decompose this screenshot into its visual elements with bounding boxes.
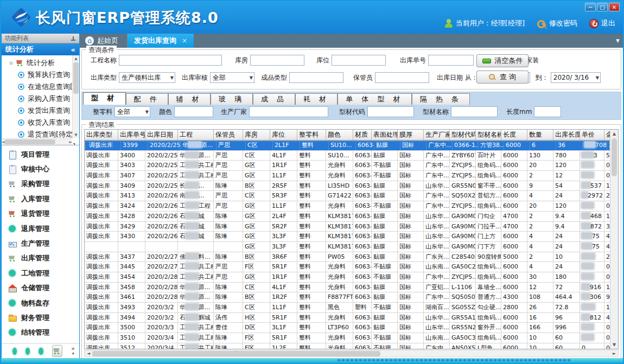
shortcut-dot-icon[interactable] bbox=[39, 348, 43, 355]
close-button[interactable]: ✕ bbox=[609, 3, 620, 11]
table-row[interactable]: 调拨出库34132020/2/26南...严思C区5R3F整料G71422606… bbox=[85, 191, 610, 201]
material-tab-4[interactable]: 成 品 bbox=[253, 93, 295, 105]
table-row[interactable]: 调拨出库35122020/3/4工共工程陈琳F区1L2F整料光身料6063-T5… bbox=[85, 343, 610, 349]
table-horizontal-scrollbar[interactable]: ◄ ► bbox=[84, 350, 619, 357]
sidebar-item-8[interactable]: 工地管理 bbox=[2, 266, 79, 280]
order-no-input[interactable] bbox=[428, 55, 474, 66]
scroll-up-icon[interactable]: ▲ bbox=[73, 55, 79, 62]
table-row[interactable]: G区3L3F整料KLM38176063-T5贴膜国标山东华...GA90M09.… bbox=[85, 242, 610, 252]
cart-shortcut-button[interactable] bbox=[52, 345, 63, 357]
pin-icon[interactable] bbox=[71, 36, 76, 41]
column-header-5[interactable]: 库房 bbox=[243, 130, 270, 140]
profile-code-input[interactable] bbox=[367, 106, 414, 117]
scroll-right-icon[interactable]: ► bbox=[610, 351, 618, 356]
column-header-4[interactable]: 保管员 bbox=[214, 130, 243, 140]
project-name-input[interactable] bbox=[119, 55, 222, 66]
tab-list-dropdown-icon[interactable]: ▼ bbox=[616, 38, 620, 43]
scroll-thumb[interactable] bbox=[73, 62, 79, 94]
table-row[interactable]: 调拨出库34242020/2/26工工程严思G区1L1F整料光身料6063-T5… bbox=[85, 201, 610, 212]
scroll-thumb[interactable] bbox=[612, 138, 617, 176]
warehouse-input[interactable] bbox=[250, 55, 304, 66]
table-vertical-scrollbar[interactable]: ▲ ▼ bbox=[610, 130, 618, 349]
minimize-button[interactable]: ─ bbox=[585, 3, 596, 11]
scroll-down-icon[interactable]: ▼ bbox=[610, 341, 618, 349]
tree-item-3[interactable]: 发货出库查询 bbox=[4, 105, 79, 117]
search-button[interactable]: 查 询 bbox=[476, 71, 529, 84]
table-row[interactable]: 调拨出库34092020/2/25长...陈琳B区2R5F整料LI35HD606… bbox=[85, 181, 610, 191]
table-row[interactable]: 调拨出库34612020/2/28华原...陈琳B区1R2F整料F8877FT6… bbox=[85, 292, 610, 303]
scroll-thumb[interactable] bbox=[92, 351, 380, 356]
column-header-13[interactable]: 型材代码 bbox=[450, 130, 476, 140]
material-tab-3[interactable]: 玻 璃 bbox=[211, 93, 253, 105]
material-tab-1[interactable]: 配 件 bbox=[126, 93, 168, 105]
location-input[interactable] bbox=[332, 55, 386, 66]
stats-panel-header[interactable]: 统计分析 « bbox=[2, 43, 79, 55]
table-row[interactable]: 调拨出库34282020/2/26石城陈琳G区2L4F整料KLM38176063… bbox=[85, 212, 610, 222]
scroll-right-icon[interactable]: ► bbox=[69, 140, 72, 144]
column-header-19[interactable]: 金额 bbox=[604, 130, 610, 140]
column-header-11[interactable]: 膜厚 bbox=[398, 130, 424, 140]
table-row[interactable]: 调拨出库34942020/3/2石辉城汤伟H区5R1F整料光身料6063-T5贴… bbox=[85, 313, 610, 323]
color-input[interactable] bbox=[174, 106, 213, 117]
sidebar-item-6[interactable]: 生产管理 bbox=[2, 236, 79, 251]
table-row[interactable]: 调拨出库34292020/2/26石城陈琳G区5R2F整料KLM38176063… bbox=[85, 222, 610, 232]
more-options-button[interactable]: »▾ bbox=[71, 347, 75, 356]
table-row[interactable]: 调拨出库34542020/2/28工共工程严思G区1R1F整料光身料6063-T… bbox=[85, 272, 610, 283]
material-tab-5[interactable]: 耗 材 bbox=[295, 93, 338, 105]
sidebar-item-10[interactable]: 物料盘存 bbox=[2, 296, 79, 310]
out-type-select[interactable]: 生产领料出库▼ bbox=[119, 72, 175, 83]
material-tab-6[interactable]: 单 体 型 材 bbox=[338, 93, 411, 105]
column-header-14[interactable]: 型材名称 bbox=[476, 130, 501, 140]
sidebar-item-3[interactable]: 入库管理 bbox=[2, 191, 79, 206]
sidebar-item-9[interactable]: 仓储管理 bbox=[2, 281, 79, 296]
material-tab-2[interactable]: 辅 材 bbox=[168, 93, 211, 105]
scroll-thumb[interactable] bbox=[4, 139, 55, 144]
column-header-3[interactable]: 工程 bbox=[178, 130, 214, 140]
date-to-select[interactable]: 2020/ 3/16▼ bbox=[551, 72, 601, 83]
column-header-7[interactable]: 整零料 bbox=[297, 130, 326, 140]
change-password-button[interactable]: 修改密码 bbox=[537, 18, 577, 28]
maker-input[interactable] bbox=[249, 106, 328, 117]
scroll-down-icon[interactable]: ▼ bbox=[73, 132, 79, 138]
material-tab-7[interactable]: 隔 热 条 bbox=[412, 93, 470, 105]
table-row[interactable]: 调拨出库34582020/2/28华原...陈琳C区4L1F整料光身料6063-… bbox=[85, 283, 610, 293]
tab-close-icon[interactable]: × bbox=[182, 37, 187, 44]
sidebar-item-5[interactable]: 退库管理 bbox=[2, 221, 79, 236]
product-type-input[interactable] bbox=[289, 72, 343, 83]
whole-part-select[interactable]: 全部▼ bbox=[114, 106, 150, 117]
column-header-9[interactable]: 材质 bbox=[353, 130, 372, 140]
sidebar-item-4[interactable]: 退货管理 bbox=[2, 207, 79, 221]
tree-item-4[interactable]: 收货入库查询 bbox=[4, 117, 79, 129]
column-header-12[interactable]: 生产厂家 bbox=[424, 130, 450, 140]
audit-select[interactable]: 全部▼ bbox=[210, 72, 254, 83]
tree-expander-icon[interactable]: ⊟ bbox=[9, 61, 14, 66]
scroll-left-icon[interactable]: ◄ bbox=[85, 351, 92, 356]
profile-name-input[interactable] bbox=[451, 106, 498, 117]
sidebar-item-11[interactable]: 财务管理 bbox=[2, 310, 79, 325]
length-input[interactable] bbox=[534, 106, 561, 117]
collapse-icon[interactable]: « bbox=[71, 46, 75, 54]
column-header-16[interactable]: 数量 bbox=[527, 130, 553, 140]
sidebar-item-1[interactable]: 审核中心 bbox=[2, 162, 79, 176]
column-header-15[interactable]: 长度 bbox=[501, 130, 527, 140]
table-row[interactable]: 调拨出库34372020/2/27佛料...陈琳B区3R6F整料PW056063… bbox=[85, 252, 610, 263]
sidebar-item-2[interactable]: 采购管理 bbox=[2, 177, 79, 191]
tree-item-2[interactable]: 采购入库查询 bbox=[4, 93, 79, 105]
scroll-up-icon[interactable]: ▲ bbox=[610, 130, 618, 138]
maximize-button[interactable]: □ bbox=[597, 3, 608, 11]
clear-conditions-button[interactable]: 清空条件 bbox=[476, 54, 529, 67]
keeper-input[interactable] bbox=[375, 72, 429, 83]
column-header-18[interactable]: 单价 bbox=[580, 130, 604, 140]
material-tab-0[interactable]: 型 材 bbox=[83, 92, 126, 105]
sidebar-item-7[interactable]: 出库管理 bbox=[2, 251, 79, 266]
table-row[interactable]: 调拨出库34002020/2/25华原...严思C区4L1F整料SU10...6… bbox=[85, 151, 610, 161]
table-row[interactable]: 调拨出库33992020/2/25华原...严思C区2L1F整料SU10...6… bbox=[85, 141, 610, 151]
table-row[interactable]: 调拨出库34072020/2/25工共工程严思G区1L1F整料光身料6063-T… bbox=[85, 171, 610, 181]
tree-horizontal-scrollbar[interactable]: ◄ ► bbox=[2, 138, 72, 145]
table-row[interactable]: 调拨出库34032020/2/25工共工程严思G区1R1F整料光身料6063-T… bbox=[85, 161, 610, 171]
table-row[interactable]: 调拨出库34452020/2/27工共工程严思F区5R1F整料光身料6063-T… bbox=[85, 262, 610, 272]
sidebar-item-12[interactable]: 结转管理 bbox=[2, 325, 79, 340]
column-header-10[interactable]: 表面处理 bbox=[372, 130, 398, 140]
shortcut-dot-icon[interactable] bbox=[26, 348, 30, 355]
column-header-1[interactable]: 出库单号 bbox=[118, 130, 145, 140]
